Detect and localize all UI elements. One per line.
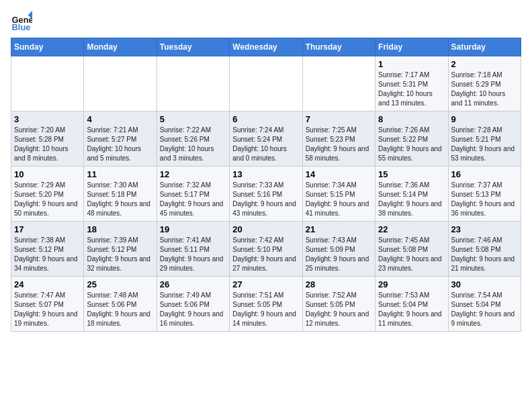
day-info: Sunrise: 7:41 AM Sunset: 5:11 PM Dayligh…: [160, 236, 226, 273]
calendar-cell: 14Sunrise: 7:34 AM Sunset: 5:15 PM Dayli…: [302, 167, 375, 222]
day-info: Sunrise: 7:42 AM Sunset: 5:10 PM Dayligh…: [232, 236, 299, 273]
day-number: 11: [87, 169, 153, 179]
day-info: Sunrise: 7:45 AM Sunset: 5:08 PM Dayligh…: [378, 236, 445, 273]
logo: General Blue: [11, 11, 32, 32]
calendar-cell: 19Sunrise: 7:41 AM Sunset: 5:11 PM Dayli…: [157, 222, 229, 277]
day-number: 30: [451, 279, 518, 289]
calendar-cell: 1Sunrise: 7:17 AM Sunset: 5:31 PM Daylig…: [375, 56, 448, 111]
day-info: Sunrise: 7:37 AM Sunset: 5:13 PM Dayligh…: [451, 181, 518, 218]
weekday-header: Tuesday: [157, 38, 229, 56]
calendar-cell: 30Sunrise: 7:54 AM Sunset: 5:04 PM Dayli…: [448, 277, 521, 332]
day-info: Sunrise: 7:24 AM Sunset: 5:24 PM Dayligh…: [232, 126, 299, 163]
day-number: 23: [451, 224, 518, 234]
calendar-cell: 6Sunrise: 7:24 AM Sunset: 5:24 PM Daylig…: [230, 111, 302, 167]
calendar-cell: 3Sunrise: 7:20 AM Sunset: 5:28 PM Daylig…: [11, 111, 84, 167]
calendar-week-row: 10Sunrise: 7:29 AM Sunset: 5:20 PM Dayli…: [11, 167, 521, 222]
day-info: Sunrise: 7:49 AM Sunset: 5:06 PM Dayligh…: [160, 291, 226, 328]
calendar-cell: 5Sunrise: 7:22 AM Sunset: 5:26 PM Daylig…: [157, 111, 229, 167]
calendar-cell: 28Sunrise: 7:52 AM Sunset: 5:05 PM Dayli…: [302, 277, 375, 332]
day-number: 15: [378, 169, 445, 179]
weekday-header: Wednesday: [230, 38, 302, 56]
calendar-cell: 7Sunrise: 7:25 AM Sunset: 5:23 PM Daylig…: [302, 111, 375, 167]
day-number: 10: [14, 169, 81, 179]
calendar-cell: [84, 56, 157, 111]
calendar-cell: 15Sunrise: 7:36 AM Sunset: 5:14 PM Dayli…: [375, 167, 448, 222]
day-info: Sunrise: 7:17 AM Sunset: 5:31 PM Dayligh…: [378, 71, 445, 108]
day-number: 8: [378, 114, 445, 124]
day-info: Sunrise: 7:39 AM Sunset: 5:12 PM Dayligh…: [87, 236, 153, 273]
weekday-header: Saturday: [448, 38, 521, 56]
day-info: Sunrise: 7:22 AM Sunset: 5:26 PM Dayligh…: [160, 126, 226, 163]
calendar-cell: 24Sunrise: 7:47 AM Sunset: 5:07 PM Dayli…: [11, 277, 84, 332]
weekday-header: Thursday: [302, 38, 375, 56]
day-info: Sunrise: 7:25 AM Sunset: 5:23 PM Dayligh…: [306, 126, 372, 163]
day-info: Sunrise: 7:30 AM Sunset: 5:18 PM Dayligh…: [87, 181, 153, 218]
day-info: Sunrise: 7:48 AM Sunset: 5:06 PM Dayligh…: [87, 291, 153, 328]
calendar-week-row: 3Sunrise: 7:20 AM Sunset: 5:28 PM Daylig…: [11, 111, 521, 167]
calendar-table: SundayMondayTuesdayWednesdayThursdayFrid…: [11, 38, 521, 332]
calendar-cell: [302, 56, 375, 111]
calendar-cell: 13Sunrise: 7:33 AM Sunset: 5:16 PM Dayli…: [230, 167, 302, 222]
day-number: 25: [87, 279, 153, 289]
day-number: 4: [87, 114, 153, 124]
day-number: 24: [14, 279, 81, 289]
logo-icon: General Blue: [11, 11, 32, 32]
calendar-cell: 21Sunrise: 7:43 AM Sunset: 5:09 PM Dayli…: [302, 222, 375, 277]
day-number: 20: [232, 224, 299, 234]
day-number: 28: [306, 279, 372, 289]
calendar-body: 1Sunrise: 7:17 AM Sunset: 5:31 PM Daylig…: [11, 56, 521, 332]
day-info: Sunrise: 7:20 AM Sunset: 5:28 PM Dayligh…: [14, 126, 81, 163]
day-info: Sunrise: 7:43 AM Sunset: 5:09 PM Dayligh…: [306, 236, 372, 273]
calendar-cell: 26Sunrise: 7:49 AM Sunset: 5:06 PM Dayli…: [157, 277, 229, 332]
page-header: General Blue: [11, 11, 521, 32]
calendar-header: SundayMondayTuesdayWednesdayThursdayFrid…: [11, 38, 521, 56]
day-number: 27: [232, 279, 299, 289]
calendar-cell: 23Sunrise: 7:46 AM Sunset: 5:08 PM Dayli…: [448, 222, 521, 277]
day-info: Sunrise: 7:52 AM Sunset: 5:05 PM Dayligh…: [306, 291, 372, 328]
day-number: 13: [232, 169, 299, 179]
calendar-cell: 8Sunrise: 7:26 AM Sunset: 5:22 PM Daylig…: [375, 111, 448, 167]
day-number: 29: [378, 279, 445, 289]
calendar-cell: 27Sunrise: 7:51 AM Sunset: 5:05 PM Dayli…: [230, 277, 302, 332]
weekday-header: Monday: [84, 38, 157, 56]
calendar-week-row: 1Sunrise: 7:17 AM Sunset: 5:31 PM Daylig…: [11, 56, 521, 111]
day-number: 6: [232, 114, 299, 124]
calendar-cell: 4Sunrise: 7:21 AM Sunset: 5:27 PM Daylig…: [84, 111, 157, 167]
day-number: 1: [378, 59, 445, 69]
day-number: 9: [451, 114, 518, 124]
calendar-cell: 20Sunrise: 7:42 AM Sunset: 5:10 PM Dayli…: [230, 222, 302, 277]
calendar-cell: 12Sunrise: 7:32 AM Sunset: 5:17 PM Dayli…: [157, 167, 229, 222]
calendar-cell: 29Sunrise: 7:53 AM Sunset: 5:04 PM Dayli…: [375, 277, 448, 332]
calendar-cell: 22Sunrise: 7:45 AM Sunset: 5:08 PM Dayli…: [375, 222, 448, 277]
calendar-cell: [157, 56, 229, 111]
day-number: 5: [160, 114, 226, 124]
day-number: 17: [14, 224, 81, 234]
day-number: 3: [14, 114, 81, 124]
day-info: Sunrise: 7:26 AM Sunset: 5:22 PM Dayligh…: [378, 126, 445, 163]
day-info: Sunrise: 7:47 AM Sunset: 5:07 PM Dayligh…: [14, 291, 81, 328]
day-number: 7: [306, 114, 372, 124]
day-info: Sunrise: 7:36 AM Sunset: 5:14 PM Dayligh…: [378, 181, 445, 218]
day-number: 22: [378, 224, 445, 234]
day-number: 14: [306, 169, 372, 179]
day-info: Sunrise: 7:53 AM Sunset: 5:04 PM Dayligh…: [378, 291, 445, 328]
svg-text:Blue: Blue: [12, 22, 31, 32]
day-info: Sunrise: 7:46 AM Sunset: 5:08 PM Dayligh…: [451, 236, 518, 273]
day-number: 19: [160, 224, 226, 234]
day-info: Sunrise: 7:54 AM Sunset: 5:04 PM Dayligh…: [451, 291, 518, 328]
calendar-week-row: 24Sunrise: 7:47 AM Sunset: 5:07 PM Dayli…: [11, 277, 521, 332]
weekday-header: Friday: [375, 38, 448, 56]
day-info: Sunrise: 7:38 AM Sunset: 5:12 PM Dayligh…: [14, 236, 81, 273]
day-number: 18: [87, 224, 153, 234]
calendar-cell: 9Sunrise: 7:28 AM Sunset: 5:21 PM Daylig…: [448, 111, 521, 167]
day-info: Sunrise: 7:32 AM Sunset: 5:17 PM Dayligh…: [160, 181, 226, 218]
weekday-header: Sunday: [11, 38, 84, 56]
calendar-cell: [230, 56, 302, 111]
calendar-cell: 18Sunrise: 7:39 AM Sunset: 5:12 PM Dayli…: [84, 222, 157, 277]
calendar-cell: 17Sunrise: 7:38 AM Sunset: 5:12 PM Dayli…: [11, 222, 84, 277]
calendar-week-row: 17Sunrise: 7:38 AM Sunset: 5:12 PM Dayli…: [11, 222, 521, 277]
calendar-cell: 11Sunrise: 7:30 AM Sunset: 5:18 PM Dayli…: [84, 167, 157, 222]
day-number: 2: [451, 59, 518, 69]
day-number: 26: [160, 279, 226, 289]
day-number: 21: [306, 224, 372, 234]
